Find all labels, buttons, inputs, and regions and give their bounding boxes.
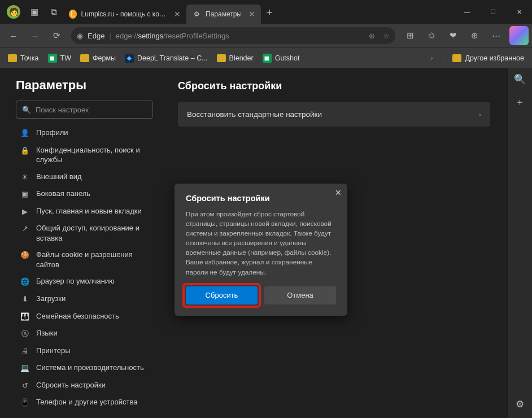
sidebar-item-label: Общий доступ, копирование и вставка [36,223,149,243]
sidebar-item-label: Файлы cookie и разрешения сайтов [36,250,149,269]
sidebar-item-13[interactable]: ↺Сбросить настройки [16,377,153,394]
bookmarks-bar: Точка ▦TW Фермы ◆DeepL Translate – С... … [0,47,532,68]
menu-button[interactable]: ⋯ [486,27,506,45]
sidebar-item-label: Телефон и другие устройства [36,397,137,407]
sidebar-item-label: Конфиденциальность, поиск и службы [36,145,149,165]
sidebar-item-icon: 👤 [20,128,29,138]
close-icon[interactable]: ✕ [335,188,342,197]
profile-avatar[interactable]: 🧑 [7,5,20,19]
sidebar-item-1[interactable]: 🔒Конфиденциальность, поиск и службы [16,142,153,168]
bookmark-tochka[interactable]: Точка [5,52,42,64]
close-icon[interactable]: ✕ [174,10,181,19]
sidebar-item-12[interactable]: 💻Система и производительность [16,359,153,377]
sidebar-item-9[interactable]: 👪Семейная безопасность [16,308,153,325]
extensions-icon[interactable]: ⊞ [400,27,420,45]
health-icon[interactable]: ❤ [443,27,463,45]
copilot-button[interactable] [509,26,529,45]
sidebar-item-icon: ☀ [20,172,29,182]
close-icon[interactable]: ✕ [248,10,255,19]
sidebar-item-icon: ⬇ [20,294,29,304]
bookmark-fermy[interactable]: Фермы [77,52,119,64]
bookmark-gutshot[interactable]: ▦Gutshot [259,51,303,65]
edge-label: Edge [88,32,104,40]
window-titlebar: 🧑 ▣ ⧉ L Lumpics.ru - помощь с компьюте ✕… [0,0,532,24]
dialog-title: Сбросить настройки [186,194,336,203]
new-tab-button[interactable]: ＋ [261,5,278,19]
chevron-right-icon: › [479,110,482,119]
sidebar-item-icon: ▶ [20,207,29,217]
vertical-tabs-icon[interactable]: ⧉ [44,7,63,17]
dialog-body: При этом произойдет сброс стартовой стра… [186,210,336,277]
tab-settings[interactable]: ⚙ Параметры ✕ [186,5,261,24]
sidebar-item-11[interactable]: 🖨Принтеры [16,342,153,360]
sidebar-item-icon: 🖨 [20,346,29,356]
sidebar-item-8[interactable]: ⬇Загрузки [16,290,153,308]
bookmark-tw[interactable]: ▦TW [45,51,75,65]
restore-defaults-card[interactable]: Восстановить стандартные настройки › [178,102,490,127]
sidebar-item-icon: 🌐 [20,277,29,287]
card-label: Восстановить стандартные настройки [187,110,322,119]
favorite-icon[interactable]: ☆ [383,32,390,40]
sidebar-search-icon[interactable]: 🔍 [514,73,526,85]
sidebar-item-label: Семейная безопасность [36,311,119,321]
sidebar-item-4[interactable]: ▶Пуск, главная и новые вкладки [16,203,153,220]
sidebar-item-icon: 💻 [20,363,29,373]
sidebar-item-icon: ↗ [20,224,29,234]
other-bookmarks[interactable]: Другое избранное [449,52,527,64]
section-heading: Сбросить настройки [178,80,490,92]
bookmark-blender[interactable]: Blender [213,52,257,64]
sidebar-settings-icon[interactable]: ⚙ [516,398,524,410]
favicon-lumpics: L [69,10,77,19]
sidebar-item-6[interactable]: 🍪Файлы cookie и разрешения сайтов [16,246,153,273]
sidebar-item-5[interactable]: ↗Общий доступ, копирование и вставка [16,220,153,246]
sidebar-item-icon: ▣ [20,189,29,199]
sheet-icon: ▦ [263,54,272,63]
sidebar-item-label: Боковая панель [36,189,90,199]
folder-icon [452,54,461,62]
tab-title: Lumpics.ru - помощь с компьюте [81,10,167,18]
search-input[interactable]: 🔍 Поиск настроек [16,101,153,119]
sidebar-item-15[interactable]: ✋Специальные возможности [16,411,153,412]
search-placeholder: Поиск настроек [36,106,89,114]
maximize-button[interactable]: ☐ [480,0,506,24]
sidebar-item-label: Загрузки [36,294,66,304]
favorites-icon[interactable]: ✩ [421,27,442,45]
sidebar-item-icon: 🍪 [20,250,29,260]
cancel-button[interactable]: Отмена [264,286,336,304]
close-window-button[interactable]: ✕ [506,0,532,24]
search-icon[interactable]: ⊕ [369,32,375,40]
sidebar-item-label: Система и производительность [36,363,144,373]
bookmark-deepl[interactable]: ◆DeepL Translate – С... [121,51,211,65]
sidebar-item-2[interactable]: ☀Внешний вид [16,168,153,186]
sidebar-item-icon: 🔒 [20,146,29,156]
tab-lumpics[interactable]: L Lumpics.ru - помощь с компьюте ✕ [63,5,186,24]
deepl-icon: ◆ [125,54,134,63]
url-text: edge://settings/resetProfileSettings [116,32,229,40]
sidebar-item-label: Браузер по умолчанию [36,276,115,286]
gear-icon: ⚙ [192,10,201,19]
sidebar-item-7[interactable]: 🌐Браузер по умолчанию [16,273,153,290]
sidebar-item-14[interactable]: 📱Телефон и другие устройства [16,394,153,411]
sheet-icon: ▦ [48,54,57,63]
sidebar-add-icon[interactable]: ＋ [515,95,525,108]
sidebar-item-0[interactable]: 👤Профили [16,124,153,142]
collections-icon[interactable]: ⊕ [464,27,485,45]
back-button[interactable]: ← [3,27,24,45]
folder-icon [217,54,226,62]
page-title: Параметры [16,78,153,93]
minimize-button[interactable]: ― [454,0,480,24]
workspaces-icon[interactable]: ▣ [25,7,44,17]
folder-icon [80,54,89,62]
chevron-right-icon[interactable]: › [426,54,437,62]
address-bar[interactable]: ◉ Edge | edge://settings/resetProfileSet… [71,27,395,44]
refresh-button[interactable]: ⟳ [46,27,67,45]
folder-icon [8,54,17,62]
sidebar-item-3[interactable]: ▣Боковая панель [16,185,153,203]
sidebar-item-10[interactable]: ⒶЯзыки [16,325,153,342]
edge-sidebar: 🔍 ＋ ⚙ [507,68,532,418]
sidebar-item-icon: ↺ [20,381,29,391]
reset-button[interactable]: Сбросить [186,286,258,304]
sidebar-item-label: Языки [36,328,58,338]
settings-sidebar: Параметры 🔍 Поиск настроек 👤Профили🔒Конф… [0,68,161,412]
sidebar-item-icon: 👪 [20,312,29,322]
